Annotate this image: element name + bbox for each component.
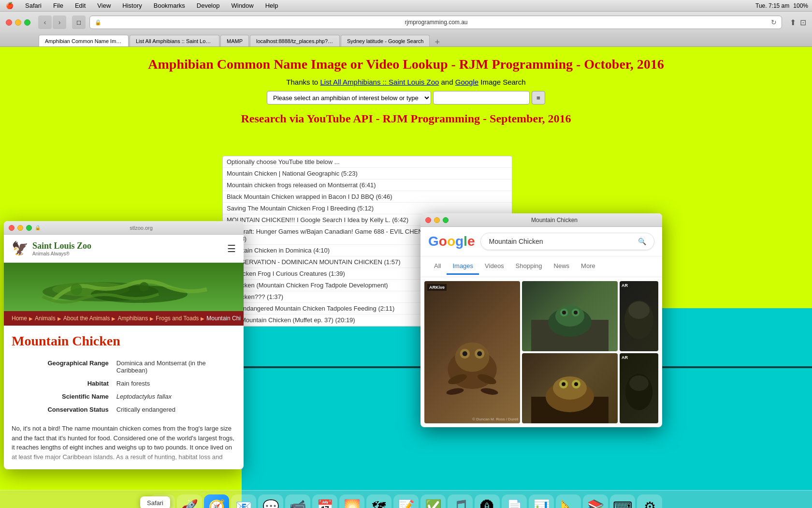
browser-tabs: Amphibian Common Name Image and Video Lo… bbox=[0, 33, 812, 46]
google-image-5[interactable]: AR bbox=[620, 353, 658, 423]
google-close-button[interactable] bbox=[425, 217, 431, 223]
bc-home[interactable]: Home bbox=[12, 315, 27, 322]
tab-title-3: localhost:8888/tz_places.php?latitude=&l… bbox=[256, 38, 334, 44]
frog-svg-3 bbox=[620, 281, 658, 351]
back-button[interactable]: ‹ bbox=[38, 15, 52, 29]
google-nav: All Images Videos Shopping News More bbox=[420, 256, 662, 277]
google-nav-more[interactable]: More bbox=[575, 258, 601, 275]
bc-frogs[interactable]: Frogs and Toads bbox=[156, 315, 199, 322]
stlzoo-link[interactable]: List All Amphibians :: Saint Louis Zoo bbox=[320, 78, 439, 86]
tabs-icon[interactable]: ⊡ bbox=[800, 18, 806, 27]
youtube-option-4[interactable]: Saving The Mountain Chicken Frog I Breed… bbox=[223, 203, 512, 214]
menu-safari[interactable]: Safari bbox=[23, 2, 44, 9]
search-input[interactable] bbox=[433, 91, 530, 105]
svg-point-6 bbox=[455, 343, 490, 372]
youtube-option-0[interactable]: Optionally choose YouTube title below ..… bbox=[223, 156, 512, 168]
google-images-grid: ARKive © Duncan M. Ross / Durell bbox=[420, 277, 662, 427]
field-value-geo: Dominica and Montserrat (in the Caribbea… bbox=[113, 357, 236, 377]
menu-help[interactable]: Help bbox=[263, 2, 280, 9]
tab-2[interactable]: MAMP bbox=[220, 35, 249, 46]
tab-4[interactable]: Sydney latitude - Google Search bbox=[341, 35, 430, 46]
youtube-option-1[interactable]: Mountain Chicken | National Geographic (… bbox=[223, 168, 512, 179]
slz-maximize-button[interactable] bbox=[26, 225, 32, 231]
url-bar[interactable]: 🔒 rjmprogramming.com.au ↻ bbox=[89, 15, 782, 29]
slz-menu-icon[interactable]: ☰ bbox=[227, 243, 236, 254]
menu-window[interactable]: Window bbox=[229, 2, 255, 9]
dock-itunes[interactable]: 🎵 bbox=[448, 494, 473, 508]
tab-title-2: MAMP bbox=[227, 38, 243, 44]
bc-about[interactable]: About the Animals bbox=[63, 315, 110, 322]
tab-3[interactable]: localhost:8888/tz_places.php?latitude=&l… bbox=[250, 35, 340, 46]
youtube-option-3[interactable]: Black Mountain Chicken wrapped in Bacon … bbox=[223, 191, 512, 203]
dock-messages[interactable]: 💬 bbox=[258, 494, 283, 508]
google-nav-all[interactable]: All bbox=[428, 258, 447, 275]
logo-e: e bbox=[467, 234, 475, 249]
bc-current: Mountain Chi bbox=[206, 315, 241, 322]
dock-maps[interactable]: 🗺 bbox=[366, 494, 392, 508]
dock-keynote[interactable]: 📐 bbox=[556, 494, 581, 508]
google-image-4[interactable] bbox=[522, 353, 618, 423]
menu-edit[interactable]: Edit bbox=[73, 2, 87, 9]
dock-facetime[interactable]: 📹 bbox=[285, 494, 310, 508]
amphibian-select[interactable]: Please select an amphibian of interest b… bbox=[267, 91, 431, 105]
slz-close-button[interactable] bbox=[9, 225, 14, 231]
window-close-button[interactable] bbox=[6, 19, 12, 26]
frog-svg-1 bbox=[424, 281, 520, 423]
google-nav-news[interactable]: News bbox=[548, 258, 576, 275]
bc-animals[interactable]: Animals bbox=[35, 315, 56, 322]
google-search-text: Mountain Chicken bbox=[489, 238, 638, 245]
slz-lock-icon: 🔒 bbox=[35, 225, 41, 230]
menubar-time: Tue. 7:15 am bbox=[755, 2, 789, 9]
bc-sep-2: ▶ bbox=[58, 316, 61, 321]
menu-file[interactable]: File bbox=[51, 2, 65, 9]
window-maximize-button[interactable] bbox=[24, 19, 30, 26]
dock-calendar[interactable]: 📅 bbox=[312, 494, 337, 508]
new-tab-button[interactable]: + bbox=[435, 38, 440, 46]
menu-view[interactable]: View bbox=[95, 2, 113, 9]
google-maximize-button[interactable] bbox=[443, 217, 449, 223]
google-minimize-button[interactable] bbox=[434, 217, 440, 223]
google-image-2[interactable] bbox=[522, 281, 618, 351]
dock-photos[interactable]: 🌅 bbox=[339, 494, 364, 508]
tab-0[interactable]: Amphibian Common Name Image and Video Lo… bbox=[39, 35, 129, 46]
menu-bookmarks[interactable]: Bookmarks bbox=[152, 2, 187, 9]
bc-amphibians[interactable]: Amphibians bbox=[117, 315, 148, 322]
dock-numbers[interactable]: 📊 bbox=[529, 494, 554, 508]
sidebar-button[interactable]: □ bbox=[72, 15, 86, 29]
search-button[interactable]: ≡ bbox=[532, 91, 545, 105]
google-link[interactable]: Google bbox=[455, 78, 478, 86]
google-search-box[interactable]: Mountain Chicken 🔍 bbox=[480, 233, 654, 250]
dock-app-store[interactable]: 🅐 bbox=[475, 494, 500, 508]
google-nav-images[interactable]: Images bbox=[447, 258, 479, 275]
field-value-habitat: Rain forests bbox=[113, 377, 236, 390]
reload-button[interactable]: ↻ bbox=[771, 18, 777, 26]
youtube-option-2[interactable]: Mountain chicken frogs released on Monts… bbox=[223, 179, 512, 191]
dock-system-prefs[interactable]: ⚙ bbox=[637, 494, 662, 508]
dock-notes[interactable]: 📝 bbox=[393, 494, 419, 508]
window-minimize-button[interactable] bbox=[15, 19, 21, 26]
menubar-right: Tue. 7:15 am 100% bbox=[755, 2, 808, 9]
forward-button[interactable]: › bbox=[53, 15, 66, 29]
tab-1[interactable]: List All Amphibians :: Saint Louis Zoo bbox=[130, 35, 219, 46]
dock-terminal[interactable]: ⌨ bbox=[610, 494, 635, 508]
google-image-1[interactable]: ARKive © Duncan M. Ross / Durell bbox=[424, 281, 520, 423]
dock-ibooks[interactable]: 📚 bbox=[583, 494, 608, 508]
field-label-sci: Scientific Name bbox=[12, 390, 113, 403]
menu-develop[interactable]: Develop bbox=[195, 2, 222, 9]
dock-safari[interactable]: 🧭 bbox=[204, 494, 229, 508]
browser-chrome: ‹ › □ 🔒 rjmprogramming.com.au ↻ ⬆ ⊡ Amph… bbox=[0, 12, 812, 47]
google-nav-videos[interactable]: Videos bbox=[479, 258, 510, 275]
apple-menu[interactable]: 🍎 bbox=[4, 2, 15, 9]
google-nav-shopping[interactable]: Shopping bbox=[510, 258, 548, 275]
dock-reminders[interactable]: ✅ bbox=[420, 494, 446, 508]
dock-pages[interactable]: 📄 bbox=[502, 494, 527, 508]
slz-minimize-button[interactable] bbox=[17, 225, 23, 231]
svg-point-3 bbox=[71, 284, 82, 295]
share-icon[interactable]: ⬆ bbox=[790, 18, 796, 27]
google-image-3[interactable]: AR bbox=[620, 281, 658, 351]
slz-logo: 🦅 Saint Louis Zoo Animals Always® bbox=[12, 240, 91, 256]
slz-logo-icon: 🦅 bbox=[12, 240, 29, 256]
menu-history[interactable]: History bbox=[120, 2, 144, 9]
dock-launchpad[interactable]: 🚀 bbox=[177, 494, 202, 508]
dock-mail[interactable]: 📧 bbox=[231, 494, 256, 508]
